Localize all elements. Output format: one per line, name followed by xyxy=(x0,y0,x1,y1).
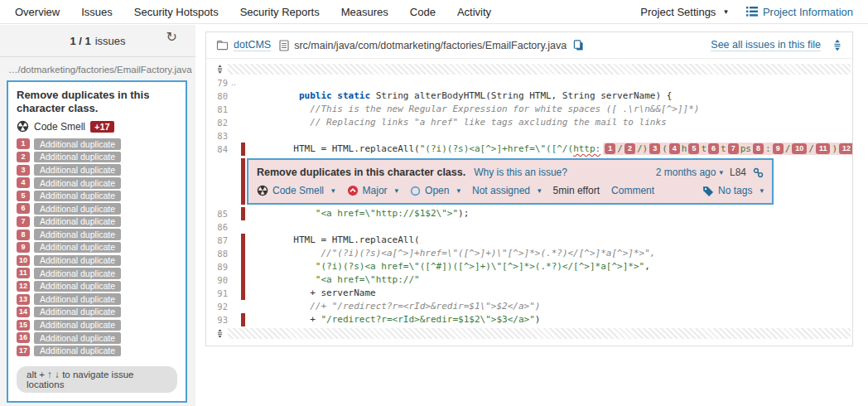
issue-location-item[interactable]: 2Additional duplicate xyxy=(17,152,177,163)
expand-lines-below-icon[interactable] xyxy=(206,328,228,339)
line-number[interactable]: 89 xyxy=(206,260,228,273)
line-number[interactable]: 82 xyxy=(206,116,228,129)
duplicate-location-badge[interactable]: 5 xyxy=(688,143,699,154)
duplicate-location-badge[interactable]: 1 xyxy=(605,143,615,154)
line-number[interactable]: 92 xyxy=(206,300,228,313)
issue-location-item[interactable]: 7Additional duplicate xyxy=(17,216,177,228)
issue-location-item[interactable]: 14Additional duplicate xyxy=(17,307,177,318)
line-number[interactable]: 80 xyxy=(206,89,228,103)
issue-location-item[interactable]: 13Additional duplicate xyxy=(17,293,177,305)
nav-item-overview[interactable]: Overview xyxy=(15,6,60,18)
duplicate-location-badge[interactable]: 10 xyxy=(792,143,807,154)
code-text: + "/redirect?r=<rId>&redir=$1$2\">$3</a>… xyxy=(245,313,540,326)
permalink-icon[interactable] xyxy=(753,167,764,178)
code-line: 80 public static String alterBodyHTML(St… xyxy=(206,89,852,103)
duplicate-location-badge[interactable]: 12 xyxy=(839,143,853,154)
location-number-badge: 13 xyxy=(17,294,30,305)
project-link[interactable]: dotCMS xyxy=(234,39,271,51)
issue-location-item[interactable]: 8Additional duplicate xyxy=(17,229,177,240)
nav-item-security-reports[interactable]: Security Reports xyxy=(240,6,320,18)
expand-all-lines-icon[interactable] xyxy=(832,39,842,51)
nav-item-activity[interactable]: Activity xyxy=(457,6,491,18)
code-line: 79‥ xyxy=(206,76,852,89)
chevron-down-icon: ▾ xyxy=(331,187,335,195)
duplicate-location-badge[interactable]: 7 xyxy=(728,143,739,154)
location-label: Additional duplicate xyxy=(34,268,121,279)
line-number[interactable]: 85 xyxy=(206,207,228,220)
issue-location-item[interactable]: 4Additional duplicate xyxy=(17,177,177,189)
nav-item-measures[interactable]: Measures xyxy=(341,6,388,18)
issue-location-item[interactable]: 12Additional duplicate xyxy=(17,281,177,292)
why-is-this-an-issue-link[interactable]: Why is this an issue? xyxy=(474,166,567,179)
severity-label: Major xyxy=(363,184,388,197)
issue-location-item[interactable]: 3Additional duplicate xyxy=(17,164,177,176)
code-line: 83 xyxy=(206,129,852,143)
location-label: Additional duplicate xyxy=(34,255,121,267)
code-text: HTML = HTML.replaceAll("(?i)(?s)<a[^>]+h… xyxy=(245,143,853,156)
location-number-badge: 10 xyxy=(17,255,30,266)
line-number[interactable]: 84 xyxy=(206,143,228,156)
issue-location-item[interactable]: 9Additional duplicate xyxy=(17,242,177,254)
file-icon xyxy=(279,40,289,51)
major-severity-icon xyxy=(347,185,359,196)
duplicate-location-badge[interactable]: 4 xyxy=(669,143,680,154)
project-settings-menu[interactable]: Project Settings ▾ xyxy=(640,6,728,18)
duplicate-location-badge[interactable]: 11 xyxy=(816,143,831,154)
code-line: 89 "(?i)(?s)<a href=\"([^#])([^>]+)\"[^>… xyxy=(206,260,852,273)
collapsed-code-hatch xyxy=(228,64,851,75)
issue-type-dropdown[interactable]: Code Smell ▾ xyxy=(257,184,335,197)
code-lines-before: 79‥80 public static String alterBodyHTML… xyxy=(206,76,852,156)
line-number[interactable]: 83 xyxy=(206,129,228,143)
tags-dropdown[interactable]: No tags ▾ xyxy=(702,184,764,197)
nav-item-issues[interactable]: Issues xyxy=(81,6,113,18)
issue-box-row: Remove duplicates in this character clas… xyxy=(206,158,852,205)
location-label: Additional duplicate xyxy=(34,320,121,331)
location-label: Additional duplicate xyxy=(34,281,121,292)
line-number[interactable]: 87 xyxy=(206,234,228,247)
expand-lines-above-icon[interactable] xyxy=(206,64,228,75)
fold-ellipsis-icon[interactable]: ‥ xyxy=(228,76,239,89)
location-label: Additional duplicate xyxy=(34,216,121,228)
location-label: Additional duplicate xyxy=(34,152,121,163)
status-dropdown[interactable]: Open ▾ xyxy=(410,184,461,197)
selected-issue-card[interactable]: Remove duplicates in this character clas… xyxy=(7,80,187,403)
issue-locations-list: 1Additional duplicate2Additional duplica… xyxy=(17,138,177,356)
nav-item-security-hotspots[interactable]: Security Hotspots xyxy=(134,6,219,18)
duplicate-location-badge[interactable]: 9 xyxy=(773,143,784,154)
code-text: //This is the new Regular Expression for… xyxy=(245,103,699,116)
issue-location-item[interactable]: 6Additional duplicate xyxy=(17,203,177,215)
location-label: Additional duplicate xyxy=(34,203,121,215)
issue-location-item[interactable]: 17Additional duplicate xyxy=(17,346,177,357)
issue-location-item[interactable]: 1Additional duplicate xyxy=(17,138,177,150)
see-all-issues-link[interactable]: See all issues in this file xyxy=(711,39,821,51)
issue-box: Remove duplicates in this character clas… xyxy=(247,158,774,205)
issue-age-dropdown[interactable]: 2 months ago ▾ xyxy=(656,166,723,179)
location-label: Additional duplicate xyxy=(34,242,121,254)
line-number[interactable]: 88 xyxy=(206,247,228,260)
gutter-mark xyxy=(228,247,239,260)
line-number[interactable]: 93 xyxy=(206,313,228,326)
severity-dropdown[interactable]: Major ▾ xyxy=(347,184,399,197)
issue-location-item[interactable]: 5Additional duplicate xyxy=(17,191,177,202)
line-number[interactable]: 90 xyxy=(206,273,228,287)
issue-location-item[interactable]: 11Additional duplicate xyxy=(17,268,177,279)
duplicate-location-badge[interactable]: 3 xyxy=(649,143,660,154)
comment-button[interactable]: Comment xyxy=(611,184,654,197)
nav-item-code[interactable]: Code xyxy=(410,6,436,18)
issue-location-item[interactable]: 15Additional duplicate xyxy=(17,320,177,331)
copy-path-icon[interactable] xyxy=(573,40,584,51)
project-folder-icon xyxy=(216,40,229,51)
duplicate-location-badge[interactable]: 8 xyxy=(753,143,764,154)
duplicate-location-badge[interactable]: 2 xyxy=(624,143,635,154)
chevron-down-icon: ▾ xyxy=(538,187,542,195)
duplicate-location-badge[interactable]: 6 xyxy=(708,143,719,154)
issue-location-item[interactable]: 16Additional duplicate xyxy=(17,332,177,344)
line-number[interactable]: 79 xyxy=(206,76,228,89)
line-number[interactable]: 86 xyxy=(206,220,228,234)
refresh-icon[interactable]: ↻ xyxy=(166,29,177,45)
line-number[interactable]: 91 xyxy=(206,287,228,300)
assignee-dropdown[interactable]: Not assigned ▾ xyxy=(472,184,542,197)
project-information-button[interactable]: Project Information xyxy=(746,6,853,18)
line-number[interactable]: 81 xyxy=(206,103,228,116)
issue-location-item[interactable]: 10Additional duplicate xyxy=(17,255,177,267)
